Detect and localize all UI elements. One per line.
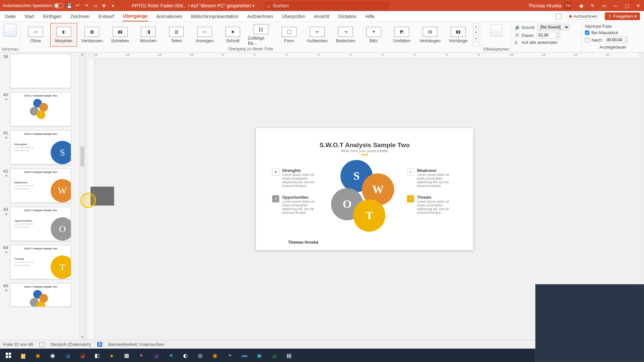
thumb[interactable]: S.W.O.T Analysis Sample TwoWWeaknessLore… [10,169,71,203]
toggle-switch[interactable] [54,3,63,8]
share-button[interactable]: ⇪Freigeben ▾ [605,12,640,20]
powerpoint-icon[interactable]: ◪ [76,350,89,361]
dauer-input[interactable] [537,33,556,38]
coming-soon-icon[interactable]: ◉ [576,3,587,9]
effekt-icon[interactable] [490,24,502,37]
record-button[interactable]: Aufzeichnen [566,13,600,20]
apply-all-button[interactable]: Auf alle anwenden [522,40,557,45]
thumb[interactable]: S.W.O.T Analysis Sample TwoSStrenghtsLor… [10,130,71,165]
excel-icon[interactable]: ◪ [268,350,280,361]
app-icon-7[interactable]: ▤ [282,350,295,361]
swot-weakness[interactable]: ⚭WeaknessLorem ipsum dolor sit amet,cons… [407,168,457,188]
start-button[interactable] [2,350,15,361]
transition-aufdecken[interactable]: ⇤Aufdecken [304,23,331,47]
thumb-row-45[interactable]: 45✶S.W.O.T Analysis Sample Two [1,283,82,307]
comments-icon[interactable] [555,13,561,19]
app-icon-6[interactable]: ▬ [238,350,251,361]
autosave-toggle[interactable]: Automatisches Speichern [3,3,63,8]
spin-up-icon[interactable]: ▴ [556,32,560,35]
maximize-icon[interactable]: ▢ [621,3,633,9]
transition-verhngen[interactable]: ▤Verhängen [417,23,443,47]
gallery-expand-icon[interactable]: ≡ [473,36,479,42]
transition-schieben[interactable]: ▮▮Schieben [107,23,133,47]
app-icon-5[interactable]: ✦ [223,350,236,361]
onenote-icon[interactable]: ◪ [150,350,162,361]
swot-strengths[interactable]: ✦StrenghtsLorem ipsum dolor sit amet,con… [272,168,322,188]
transition-wischen[interactable]: ◨Wischen [135,23,162,47]
sound-select[interactable]: [No Sound] [537,24,570,31]
transition-ohne[interactable]: ▭Ohne [22,23,49,47]
ink-icon[interactable]: ✎ [587,3,598,9]
qat-more-icon[interactable]: ▾ [110,3,116,9]
lang-icon[interactable] [39,342,45,347]
transition-zuflligeba[interactable]: ∥∥Zufällige Ba... [248,23,274,47]
minimize-icon[interactable]: — [610,3,621,9]
telegram-icon[interactable]: ◄ [164,350,177,361]
search-box[interactable]: ⌕ [265,2,389,10]
spin-up-icon[interactable]: ▴ [624,37,628,40]
tab-dictation[interactable]: Dictation [337,12,357,21]
dauer-spinner[interactable]: ▴▾ [537,32,560,39]
thumb[interactable]: S.W.O.T Analysis Sample Two [10,283,71,307]
save-icon[interactable]: 💾 [66,3,72,9]
swot-threats[interactable]: ⚠ThreatsLorem ipsum dolor sit amet,conse… [407,195,457,215]
slide[interactable]: S.W.O.T Analysis Sample Two Write here y… [256,128,473,250]
transition-blitz[interactable]: ✦Blitz [360,23,387,47]
gallery-scroll[interactable]: ▴▾≡ [473,23,479,47]
account-button[interactable]: Thomas Hruska TH [528,2,572,9]
scroll-up-icon[interactable]: ▴ [473,23,479,29]
transition-vorhnge[interactable]: ▮▮Vorhänge [445,23,472,47]
transition-umfallen[interactable]: ◩Umfallen [388,23,415,47]
effekt-label[interactable]: Effektoptionen [483,47,509,52]
transition-form[interactable]: ◯Form [276,23,303,47]
slide-subtitle[interactable]: Write here your great subtitle [256,149,473,153]
nach-checkbox[interactable] [585,38,589,42]
nach-input[interactable] [605,37,624,43]
transition-bedecken[interactable]: ⇥Bedecken [332,23,359,47]
nach-spinner[interactable]: ▴▾ [605,37,628,43]
thumb-row-40[interactable]: 40✶S.W.O.T Analysis Sample Two [1,92,82,126]
scroll-down-icon[interactable]: ▾ [80,335,85,340]
undo-icon[interactable]: ↶ [75,3,81,9]
scroll-down-icon[interactable]: ▾ [473,29,479,36]
tab-start[interactable]: Start [24,12,35,21]
tab-entwurf[interactable]: Entwurf [98,12,115,21]
close-icon[interactable]: ✕ [633,3,644,9]
outlook-icon[interactable]: ◪ [61,350,74,361]
tab-ansicht[interactable]: Ansicht [313,12,330,21]
thumb-row-41[interactable]: 41✶S.W.O.T Analysis Sample TwoSStrenghts… [1,130,82,165]
transition-verblassen[interactable]: ▦Verblassen [78,23,105,47]
tab-animationen[interactable]: Animationen [156,12,183,21]
explorer-icon[interactable]: ▆ [17,350,30,361]
thumb[interactable]: S.W.O.T Analysis Sample TwoOOpportunitie… [10,207,71,241]
tab-zeichnen[interactable]: Zeichnen [70,12,91,21]
scroll-up-icon[interactable]: ▴ [80,53,85,57]
tab-bildschirmpräsentation[interactable]: Bildschirmpräsentation [191,12,239,21]
swot-diagram[interactable]: S W O T [328,160,401,230]
slide-panel[interactable]: 3940✶S.W.O.T Analysis Sample Two41✶S.W.O… [0,53,85,340]
tab-aufzeichnen[interactable]: Aufzeichnen [247,12,274,21]
tab-überprüfen[interactable]: Überprüfen [281,12,306,21]
vlc-icon[interactable]: ▲ [105,350,118,361]
ribbon-options-icon[interactable]: ▭ [598,3,610,9]
preview-icon[interactable] [4,24,16,37]
vorschau-label[interactable]: Vorschau [1,47,18,52]
accessibility-label[interactable]: Barrierefreiheit: Untersuchen [108,342,164,347]
slide-author[interactable]: Thomas Hruska [288,240,318,245]
redo-icon[interactable]: ↷ [84,3,90,9]
thumb[interactable]: S.W.O.T Analysis Sample Two [10,92,71,126]
present-icon[interactable]: ▭ [92,3,98,9]
transition-teilen[interactable]: ▥Teilen [163,23,190,47]
thumb[interactable]: S.W.O.T Analysis Sample TwoTThreatsLorem… [10,245,71,279]
mouseclick-checkbox[interactable] [585,31,589,35]
tab-hilfe[interactable]: Hilfe [365,12,375,21]
edge-icon[interactable]: ◉ [253,350,266,361]
app-icon-2[interactable]: ▦ [120,350,133,361]
document-title[interactable]: PPT01 Roter Faden 004... • Auf "diesem P… [132,3,255,8]
scroll-thumb[interactable] [80,146,84,167]
firefox-icon[interactable]: ◉ [32,350,44,361]
app-icon[interactable]: ◧ [91,350,103,361]
recording-icon[interactable]: ◉ [209,350,221,361]
swot-opportunities[interactable]: ↗OpportunitiesLorem ipsum dolor sit amet… [272,195,322,215]
app-icon-4[interactable]: ◐ [179,350,192,361]
